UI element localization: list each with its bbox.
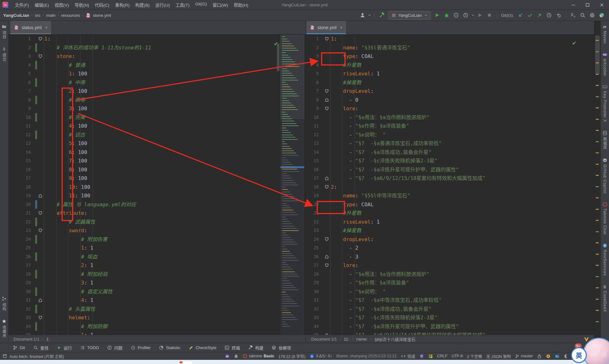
plugin-button[interactable] bbox=[597, 11, 606, 19]
git-update-button[interactable] bbox=[516, 11, 525, 19]
gutter-fold-column[interactable] bbox=[37, 69, 43, 78]
gutter-fold-column[interactable] bbox=[37, 252, 43, 261]
sidebar-item-项目[interactable]: 项目 bbox=[2, 24, 7, 39]
git-commit-button[interactable] bbox=[526, 11, 534, 19]
breadcrumb-item[interactable]: resources bbox=[61, 13, 80, 18]
toolwindow-button-CheckStyle[interactable]: CheckStyle bbox=[186, 345, 220, 351]
caret-position[interactable]: 179:22 (8 字符) bbox=[278, 353, 305, 359]
gutter-fold-column[interactable] bbox=[37, 313, 43, 322]
settings-button[interactable] bbox=[588, 11, 596, 19]
gutter-fold-column[interactable] bbox=[324, 235, 330, 244]
microsoft-squares-icon[interactable] bbox=[428, 354, 433, 359]
translate-button[interactable]: 文A bbox=[569, 11, 577, 19]
minimize-button[interactable] bbox=[566, 0, 580, 10]
blame-info[interactable]: Blame: zhaoyang 2025/1/23 21:21 bbox=[337, 354, 397, 358]
tab-stone-yml[interactable]: YML stone.yml × bbox=[306, 21, 346, 34]
fold-down-icon[interactable] bbox=[39, 316, 42, 320]
sidebar-item-GitHub Copilot[interactable]: GitHub Copilot bbox=[602, 158, 608, 194]
gutter-fold-column[interactable] bbox=[37, 104, 43, 113]
ghost-icon[interactable] bbox=[234, 354, 239, 359]
breadcrumb-item[interactable]: Document 1/1 bbox=[311, 337, 337, 342]
toolwindow-button-构建[interactable]: 构建 bbox=[245, 344, 266, 351]
gutter-fold-column[interactable] bbox=[324, 305, 330, 314]
sidebar-item-Tabnine Chat[interactable]: Tabnine Chat bbox=[602, 202, 608, 235]
gutter-fold-column[interactable] bbox=[324, 165, 330, 174]
fold-down-icon[interactable] bbox=[325, 237, 329, 241]
gutter-fold-column[interactable] bbox=[324, 122, 330, 131]
fold-up-icon[interactable] bbox=[325, 333, 329, 335]
editor-breadcrumb-right[interactable]: Document 1/1›11:›name:›§6§l次十八级淬炼宝石 bbox=[306, 335, 594, 343]
toolwindow-button-终端[interactable]: 终端 bbox=[221, 344, 243, 351]
gutter-fold-column[interactable] bbox=[324, 61, 330, 70]
gutter-fold-column[interactable] bbox=[37, 174, 43, 183]
gutter-fold-column[interactable] bbox=[324, 244, 330, 252]
rollback-button[interactable] bbox=[554, 11, 563, 19]
gutter-fold-column[interactable] bbox=[37, 278, 43, 287]
toolwindow-button-TODO[interactable]: TODO bbox=[77, 345, 102, 351]
gutter-fold-column[interactable] bbox=[324, 331, 330, 335]
memory-gear-icon[interactable] bbox=[546, 354, 551, 359]
gutter-fold-column[interactable] bbox=[37, 191, 43, 200]
menu-item[interactable]: 构建(B) bbox=[133, 0, 153, 9]
fold-down-icon[interactable] bbox=[325, 185, 329, 189]
fold-down-icon[interactable] bbox=[39, 37, 42, 41]
close-button[interactable] bbox=[595, 0, 609, 10]
gutter-fold-column[interactable] bbox=[324, 52, 330, 61]
fold-up-icon[interactable] bbox=[325, 98, 329, 102]
indent-selector[interactable]: 2 个空格 bbox=[467, 353, 482, 359]
search-everywhere-button[interactable] bbox=[578, 11, 587, 19]
history-button[interactable] bbox=[545, 11, 553, 19]
breadcrumb-item[interactable]: YMLstone.yml bbox=[86, 13, 111, 18]
git-push-button[interactable] bbox=[535, 11, 544, 19]
gutter-fold-column[interactable] bbox=[324, 209, 330, 218]
fold-down-icon[interactable] bbox=[39, 211, 42, 215]
profiler-button[interactable] bbox=[462, 11, 470, 19]
gutter-fold-column[interactable] bbox=[324, 104, 330, 113]
menu-item[interactable]: 代码(C) bbox=[92, 0, 112, 9]
gutter-fold-column[interactable] bbox=[37, 183, 43, 192]
gutter-fold-column[interactable] bbox=[324, 43, 330, 52]
toolwindow-button-依赖项[interactable]: 依赖项 bbox=[268, 344, 294, 351]
editor-stone-yml[interactable]: 11:2 name: "§3§l普通淬炼宝石"3 type: COAL4 #升星… bbox=[306, 35, 594, 335]
gutter-fold-column[interactable] bbox=[37, 322, 43, 331]
breadcrumb-item[interactable]: §6§l次十八级淬炼宝石 bbox=[375, 336, 416, 342]
sidebar-item-RestServices[interactable]: RestServices bbox=[602, 243, 608, 276]
editor-status-yml[interactable]: 11:2 # 淬炼石的成功率 1-11为stone的1-113 stone:4 … bbox=[9, 35, 306, 335]
gutter-fold-column[interactable] bbox=[37, 305, 43, 314]
gutter-fold-column[interactable] bbox=[37, 52, 43, 61]
crescent-icon[interactable] bbox=[564, 354, 568, 359]
gutter-fold-column[interactable] bbox=[37, 165, 43, 174]
vcs-changes-widget[interactable]: Δ 3 Δ/1↑ 0↓ bbox=[310, 354, 332, 359]
menu-item[interactable]: 帮助(H) bbox=[231, 0, 251, 9]
gutter-fold-column[interactable] bbox=[37, 296, 43, 305]
gutter-fold-column[interactable] bbox=[37, 131, 43, 139]
menu-item[interactable]: Git(G) bbox=[193, 0, 210, 9]
gutter-fold-column[interactable] bbox=[324, 174, 330, 183]
run-disabled-button[interactable] bbox=[476, 11, 484, 19]
menu-item[interactable]: 文件(F) bbox=[12, 0, 32, 9]
debug-button[interactable] bbox=[442, 11, 451, 19]
toolwindow-button-Statistic[interactable]: Statistic bbox=[156, 345, 184, 351]
gutter-fold-column[interactable] bbox=[37, 218, 43, 227]
violet-shield-icon[interactable] bbox=[419, 354, 424, 359]
chevron-down-icon[interactable] bbox=[471, 13, 475, 17]
fold-down-icon[interactable] bbox=[325, 89, 329, 93]
aixcoder-status-icon[interactable]: A/X bbox=[225, 354, 230, 359]
codegeex-status[interactable]: 完成 bbox=[401, 353, 415, 359]
toolwindow-button-运行[interactable]: 运行 bbox=[54, 344, 75, 351]
gutter-fold-column[interactable] bbox=[324, 35, 330, 43]
menu-item[interactable]: 编辑(E) bbox=[32, 0, 52, 9]
gutter-fold-column[interactable] bbox=[324, 87, 330, 96]
sidebar-item-结构[interactable]: 结构 bbox=[2, 296, 7, 311]
gutter-fold-column[interactable] bbox=[324, 200, 330, 209]
run-configuration-select[interactable]: YangCuiLian bbox=[388, 11, 430, 20]
breadcrumb-item[interactable]: 11: bbox=[344, 337, 349, 342]
fold-down-icon[interactable] bbox=[325, 107, 329, 111]
sidebar-item-Maven[interactable]: mMaven bbox=[602, 24, 608, 44]
chevron-down-icon[interactable] bbox=[368, 13, 371, 17]
toolwindow-button-Profiler[interactable]: Profiler bbox=[128, 345, 154, 351]
gutter-fold-column[interactable] bbox=[37, 244, 43, 252]
fold-up-icon[interactable] bbox=[325, 176, 329, 180]
minimap[interactable] bbox=[280, 35, 304, 335]
encoding-selector[interactable]: UTF-8 bbox=[452, 354, 463, 358]
